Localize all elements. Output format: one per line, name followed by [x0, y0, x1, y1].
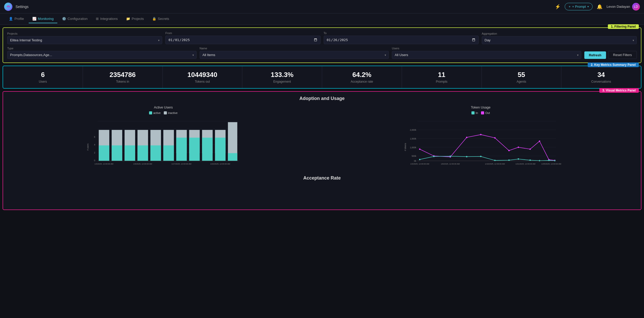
main-content: 1. Filtering Panel Projects Elitea Inter… [0, 27, 644, 210]
filter-label-from: From [165, 32, 320, 35]
svg-point-58 [517, 146, 519, 148]
metric-engagement: 133.3% Engagement [242, 66, 322, 88]
active-users-chart: Active Users active inactive [7, 105, 320, 169]
svg-point-51 [419, 149, 420, 150]
notification-icon[interactable]: 🔔 [597, 4, 602, 10]
svg-text:500k: 500k [412, 155, 416, 157]
app-logo [4, 3, 12, 11]
metric-tokens-in-value: 2354786 [86, 71, 160, 79]
svg-point-60 [539, 141, 540, 142]
svg-rect-33 [228, 153, 237, 161]
bar-chart-svg-wrapper: 0 2 4 6 # users [7, 117, 320, 169]
monitoring-icon: 📈 [32, 17, 36, 21]
metrics-grid: 6 Users 2354786 Tokens in 10449340 Token… [3, 66, 641, 88]
configuration-icon: ⚙️ [62, 17, 66, 21]
metrics-panel: 2. Key Metrics Summary Panel 6 Users 235… [3, 66, 641, 89]
secrets-icon: 🔒 [152, 17, 156, 21]
svg-point-64 [433, 156, 434, 157]
filter-to-input[interactable] [324, 36, 479, 44]
refresh-button[interactable]: Refresh [584, 51, 606, 59]
filter-from-input[interactable] [165, 36, 320, 44]
svg-text:1,500k: 1,500k [410, 138, 416, 140]
user-info: Levon Dadayan LD [607, 3, 640, 11]
metrics-panel-badge: 2. Key Metrics Summary Panel [588, 63, 639, 67]
nav-item-profile[interactable]: 👤 Profile [5, 15, 28, 23]
filter-row-1: Projects Elitea Internal Testing From To… [7, 32, 637, 44]
svg-point-70 [517, 158, 519, 160]
metric-users-value: 6 [6, 71, 80, 79]
svg-rect-21 [150, 145, 161, 161]
svg-point-54 [466, 137, 467, 138]
topbar: Settings ⚡ + + Prompt ▾ 🔔 Levon Dadayan … [0, 0, 644, 13]
filter-actions: Refresh Reset Filters [584, 51, 637, 59]
filter-label-type: Type [7, 47, 197, 50]
metric-tokens-in-label: Tokens in [86, 80, 160, 83]
line-chart-svg-wrapper: 0k 500k 1,000k 1,500k 2,000k # tokens [325, 117, 637, 169]
metric-conversations: 34 Conversations [561, 66, 641, 88]
legend-inactive: inactive [164, 111, 177, 114]
svg-text:1/3/2025, 12:00:00 AM: 1/3/2025, 12:00:00 AM [410, 163, 429, 165]
legend-out-color [481, 111, 484, 114]
token-usage-legend: In Out [325, 111, 637, 114]
nav-label-monitoring: Monitoring [38, 17, 54, 21]
filter-label-projects: Projects [7, 32, 162, 35]
legend-active: active [149, 111, 161, 114]
metric-agents-label: Agents [484, 80, 559, 83]
svg-rect-19 [137, 145, 148, 161]
svg-text:1/25/2025, 12:00:00 AM: 1/25/2025, 12:00:00 AM [541, 163, 561, 165]
prompt-button[interactable]: + + Prompt ▾ [565, 3, 593, 10]
legend-out-label: Out [485, 111, 490, 114]
chevron-down-icon: ▾ [587, 5, 589, 8]
filter-name-select[interactable]: All Items [200, 51, 389, 59]
filter-type-wrapper: Prompts,Datasources,Age... [7, 51, 197, 59]
filter-type-select[interactable]: Prompts,Datasources,Age... [7, 51, 197, 59]
svg-point-72 [539, 160, 540, 161]
filter-projects-wrapper: Elitea Internal Testing [7, 36, 162, 44]
legend-inactive-color [164, 111, 167, 114]
visual-panel-badge: 3. Visual Metrics Panel [599, 88, 639, 93]
nav-label-integrations: Integrations [100, 17, 118, 21]
svg-point-67 [480, 156, 481, 157]
active-users-chart-title: Active Users [7, 105, 320, 109]
nav-label-projects: Projects [132, 17, 144, 21]
filter-aggregation-wrapper: Day [482, 36, 637, 44]
nav-item-configuration[interactable]: ⚙️ Configuration [58, 15, 91, 23]
app-title: Settings [15, 5, 29, 9]
filter-users-select[interactable]: All Users [392, 51, 581, 59]
svg-text:6: 6 [94, 136, 95, 138]
svg-text:2,000k: 2,000k [410, 129, 416, 131]
filter-aggregation-select[interactable]: Day [482, 36, 637, 44]
filter-group-to: To [324, 32, 479, 44]
reset-filters-button[interactable]: Reset Filters [608, 51, 637, 59]
svg-rect-25 [176, 138, 187, 161]
nav-item-integrations[interactable]: ⊞ Integrations [92, 15, 121, 23]
metric-engagement-value: 133.3% [245, 71, 319, 79]
filter-group-aggregation: Aggregation Day [482, 32, 637, 44]
svg-rect-23 [163, 145, 174, 161]
nav-item-monitoring[interactable]: 📈 Monitoring [29, 15, 57, 23]
filter-label-name: Name [200, 47, 389, 50]
filter-label-aggregation: Aggregation [482, 32, 637, 35]
svg-rect-15 [112, 145, 122, 161]
projects-icon: 📁 [126, 17, 130, 21]
metric-prompts-value: 11 [405, 71, 479, 79]
filter-group-type: Type Prompts,Datasources,Age... [7, 47, 197, 59]
svg-point-66 [466, 156, 467, 157]
svg-point-59 [529, 149, 531, 150]
filter-projects-select[interactable]: Elitea Internal Testing [7, 36, 162, 44]
filter-group-from: From [165, 32, 320, 44]
filter-row-2: Type Prompts,Datasources,Age... Name All… [7, 47, 637, 59]
nav-item-secrets[interactable]: 🔒 Secrets [149, 15, 173, 23]
nav-label-profile: Profile [14, 17, 24, 21]
main-nav: 👤 Profile 📈 Monitoring ⚙️ Configuration … [0, 13, 644, 25]
nav-item-projects[interactable]: 📁 Projects [122, 15, 148, 23]
profile-icon: 👤 [9, 17, 13, 21]
svg-text:1/22/2025, 12:00:00 AM: 1/22/2025, 12:00:00 AM [210, 163, 230, 165]
filtering-panel-badge: 1. Filtering Panel [608, 24, 639, 29]
svg-rect-27 [189, 138, 200, 161]
svg-text:1/21/2025, 12:00:00 AM: 1/21/2025, 12:00:00 AM [515, 163, 535, 165]
visual-metrics-panel: 3. Visual Metrics Panel Adoption and Usa… [3, 91, 641, 210]
plus-icon: + [569, 5, 571, 9]
metric-engagement-label: Engagement [245, 80, 319, 83]
svg-text:# tokens: # tokens [404, 143, 407, 151]
